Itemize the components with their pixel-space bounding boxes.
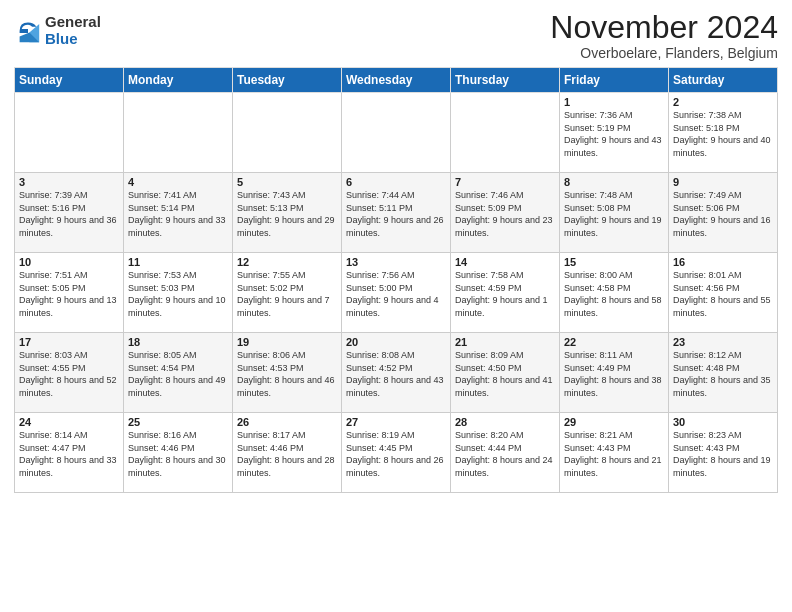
- calendar-cell: 16Sunrise: 8:01 AM Sunset: 4:56 PM Dayli…: [669, 253, 778, 333]
- day-info: Sunrise: 8:08 AM Sunset: 4:52 PM Dayligh…: [346, 349, 446, 399]
- day-number: 29: [564, 416, 664, 428]
- day-number: 10: [19, 256, 119, 268]
- day-number: 24: [19, 416, 119, 428]
- calendar-week-row: 3Sunrise: 7:39 AM Sunset: 5:16 PM Daylig…: [15, 173, 778, 253]
- calendar-cell: 24Sunrise: 8:14 AM Sunset: 4:47 PM Dayli…: [15, 413, 124, 493]
- day-of-week-header: Tuesday: [233, 68, 342, 93]
- day-number: 27: [346, 416, 446, 428]
- calendar-cell: 29Sunrise: 8:21 AM Sunset: 4:43 PM Dayli…: [560, 413, 669, 493]
- day-info: Sunrise: 8:06 AM Sunset: 4:53 PM Dayligh…: [237, 349, 337, 399]
- calendar-cell: 25Sunrise: 8:16 AM Sunset: 4:46 PM Dayli…: [124, 413, 233, 493]
- day-info: Sunrise: 7:39 AM Sunset: 5:16 PM Dayligh…: [19, 189, 119, 239]
- location: Overboelare, Flanders, Belgium: [550, 45, 778, 61]
- day-number: 8: [564, 176, 664, 188]
- day-info: Sunrise: 8:19 AM Sunset: 4:45 PM Dayligh…: [346, 429, 446, 479]
- calendar-cell: 10Sunrise: 7:51 AM Sunset: 5:05 PM Dayli…: [15, 253, 124, 333]
- calendar-cell: 2Sunrise: 7:38 AM Sunset: 5:18 PM Daylig…: [669, 93, 778, 173]
- day-of-week-header: Saturday: [669, 68, 778, 93]
- day-info: Sunrise: 8:12 AM Sunset: 4:48 PM Dayligh…: [673, 349, 773, 399]
- calendar-cell: [233, 93, 342, 173]
- day-of-week-header: Sunday: [15, 68, 124, 93]
- day-info: Sunrise: 7:48 AM Sunset: 5:08 PM Dayligh…: [564, 189, 664, 239]
- day-info: Sunrise: 7:55 AM Sunset: 5:02 PM Dayligh…: [237, 269, 337, 319]
- calendar-week-row: 1Sunrise: 7:36 AM Sunset: 5:19 PM Daylig…: [15, 93, 778, 173]
- day-info: Sunrise: 8:09 AM Sunset: 4:50 PM Dayligh…: [455, 349, 555, 399]
- day-info: Sunrise: 7:41 AM Sunset: 5:14 PM Dayligh…: [128, 189, 228, 239]
- calendar-cell: 17Sunrise: 8:03 AM Sunset: 4:55 PM Dayli…: [15, 333, 124, 413]
- day-info: Sunrise: 8:00 AM Sunset: 4:58 PM Dayligh…: [564, 269, 664, 319]
- calendar-cell: 1Sunrise: 7:36 AM Sunset: 5:19 PM Daylig…: [560, 93, 669, 173]
- day-info: Sunrise: 7:46 AM Sunset: 5:09 PM Dayligh…: [455, 189, 555, 239]
- day-number: 22: [564, 336, 664, 348]
- day-info: Sunrise: 7:51 AM Sunset: 5:05 PM Dayligh…: [19, 269, 119, 319]
- logo-icon: [14, 17, 42, 45]
- logo-text: General Blue: [45, 14, 101, 47]
- calendar-cell: 4Sunrise: 7:41 AM Sunset: 5:14 PM Daylig…: [124, 173, 233, 253]
- page-container: General Blue November 2024 Overboelare, …: [0, 0, 792, 499]
- day-number: 2: [673, 96, 773, 108]
- day-info: Sunrise: 7:38 AM Sunset: 5:18 PM Dayligh…: [673, 109, 773, 159]
- calendar-cell: 8Sunrise: 7:48 AM Sunset: 5:08 PM Daylig…: [560, 173, 669, 253]
- day-of-week-header: Wednesday: [342, 68, 451, 93]
- day-info: Sunrise: 7:36 AM Sunset: 5:19 PM Dayligh…: [564, 109, 664, 159]
- day-number: 9: [673, 176, 773, 188]
- calendar-cell: 13Sunrise: 7:56 AM Sunset: 5:00 PM Dayli…: [342, 253, 451, 333]
- day-number: 21: [455, 336, 555, 348]
- day-number: 14: [455, 256, 555, 268]
- day-number: 16: [673, 256, 773, 268]
- day-number: 4: [128, 176, 228, 188]
- day-number: 11: [128, 256, 228, 268]
- calendar-cell: 23Sunrise: 8:12 AM Sunset: 4:48 PM Dayli…: [669, 333, 778, 413]
- day-number: 6: [346, 176, 446, 188]
- day-number: 19: [237, 336, 337, 348]
- calendar-cell: [15, 93, 124, 173]
- calendar-week-row: 17Sunrise: 8:03 AM Sunset: 4:55 PM Dayli…: [15, 333, 778, 413]
- calendar-cell: 15Sunrise: 8:00 AM Sunset: 4:58 PM Dayli…: [560, 253, 669, 333]
- calendar-cell: 11Sunrise: 7:53 AM Sunset: 5:03 PM Dayli…: [124, 253, 233, 333]
- calendar-cell: 12Sunrise: 7:55 AM Sunset: 5:02 PM Dayli…: [233, 253, 342, 333]
- day-info: Sunrise: 7:49 AM Sunset: 5:06 PM Dayligh…: [673, 189, 773, 239]
- calendar-cell: 21Sunrise: 8:09 AM Sunset: 4:50 PM Dayli…: [451, 333, 560, 413]
- calendar-header-row: SundayMondayTuesdayWednesdayThursdayFrid…: [15, 68, 778, 93]
- calendar-cell: 14Sunrise: 7:58 AM Sunset: 4:59 PM Dayli…: [451, 253, 560, 333]
- calendar-cell: 27Sunrise: 8:19 AM Sunset: 4:45 PM Dayli…: [342, 413, 451, 493]
- day-info: Sunrise: 8:01 AM Sunset: 4:56 PM Dayligh…: [673, 269, 773, 319]
- day-number: 20: [346, 336, 446, 348]
- calendar-cell: 26Sunrise: 8:17 AM Sunset: 4:46 PM Dayli…: [233, 413, 342, 493]
- title-block: November 2024 Overboelare, Flanders, Bel…: [550, 10, 778, 61]
- calendar-cell: 9Sunrise: 7:49 AM Sunset: 5:06 PM Daylig…: [669, 173, 778, 253]
- calendar-cell: [342, 93, 451, 173]
- day-number: 28: [455, 416, 555, 428]
- day-info: Sunrise: 7:53 AM Sunset: 5:03 PM Dayligh…: [128, 269, 228, 319]
- day-of-week-header: Thursday: [451, 68, 560, 93]
- day-of-week-header: Friday: [560, 68, 669, 93]
- day-info: Sunrise: 7:44 AM Sunset: 5:11 PM Dayligh…: [346, 189, 446, 239]
- day-number: 12: [237, 256, 337, 268]
- calendar-cell: 6Sunrise: 7:44 AM Sunset: 5:11 PM Daylig…: [342, 173, 451, 253]
- day-number: 18: [128, 336, 228, 348]
- calendar-cell: 7Sunrise: 7:46 AM Sunset: 5:09 PM Daylig…: [451, 173, 560, 253]
- day-number: 30: [673, 416, 773, 428]
- day-info: Sunrise: 8:23 AM Sunset: 4:43 PM Dayligh…: [673, 429, 773, 479]
- header: General Blue November 2024 Overboelare, …: [14, 10, 778, 61]
- day-info: Sunrise: 7:43 AM Sunset: 5:13 PM Dayligh…: [237, 189, 337, 239]
- day-number: 26: [237, 416, 337, 428]
- logo: General Blue: [14, 14, 101, 47]
- day-info: Sunrise: 8:20 AM Sunset: 4:44 PM Dayligh…: [455, 429, 555, 479]
- day-number: 3: [19, 176, 119, 188]
- calendar-cell: 5Sunrise: 7:43 AM Sunset: 5:13 PM Daylig…: [233, 173, 342, 253]
- calendar-table: SundayMondayTuesdayWednesdayThursdayFrid…: [14, 67, 778, 493]
- day-number: 17: [19, 336, 119, 348]
- day-info: Sunrise: 8:03 AM Sunset: 4:55 PM Dayligh…: [19, 349, 119, 399]
- day-number: 25: [128, 416, 228, 428]
- day-of-week-header: Monday: [124, 68, 233, 93]
- day-number: 13: [346, 256, 446, 268]
- calendar-cell: 3Sunrise: 7:39 AM Sunset: 5:16 PM Daylig…: [15, 173, 124, 253]
- calendar-cell: [124, 93, 233, 173]
- day-number: 15: [564, 256, 664, 268]
- logo-blue-text: Blue: [45, 31, 101, 48]
- month-title: November 2024: [550, 10, 778, 45]
- day-number: 1: [564, 96, 664, 108]
- calendar-week-row: 24Sunrise: 8:14 AM Sunset: 4:47 PM Dayli…: [15, 413, 778, 493]
- calendar-cell: 22Sunrise: 8:11 AM Sunset: 4:49 PM Dayli…: [560, 333, 669, 413]
